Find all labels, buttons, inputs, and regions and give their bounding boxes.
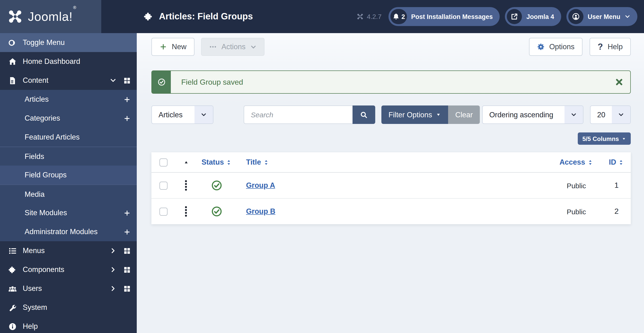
chevron-down-icon (571, 112, 577, 118)
badge-count: 2 (402, 13, 405, 20)
check-circle-icon (212, 180, 222, 190)
joomla-logo-icon (7, 8, 23, 24)
ordering-select[interactable]: Ordering ascending (482, 106, 584, 124)
sidebar-item-administrator-modules[interactable]: Administrator Modules (0, 222, 137, 241)
sidebar-item-media[interactable]: Media (0, 184, 137, 204)
status-published-button[interactable] (212, 180, 222, 190)
sidebar-item-categories[interactable]: Categories (0, 109, 137, 128)
select-all-checkbox[interactable] (159, 158, 167, 166)
table-row-group-a: Group APublic1 (152, 173, 631, 199)
header-right-group: 4.2.7 2Post Installation MessagesJoomla … (356, 7, 644, 26)
page-title: Articles: Field Groups (144, 11, 253, 22)
question-icon: ? (598, 42, 603, 52)
chevron-right-icon (110, 285, 116, 292)
search-icon (360, 111, 368, 118)
sidebar-item-label: Categories (24, 114, 60, 122)
chevron-down-icon (618, 112, 624, 118)
sidebar-item-site-modules[interactable]: Site Modules (0, 204, 137, 222)
header-pill-user-menu[interactable]: User Menu (566, 7, 638, 26)
chevron-down-icon (250, 44, 256, 50)
pill-icon-circle (568, 9, 584, 24)
filter-bar: Articles Filter Options Clear Ordering a… (152, 106, 631, 124)
clear-button[interactable]: Clear (448, 106, 480, 124)
header-pill-post-installation-messages[interactable]: 2Post Installation Messages (389, 7, 500, 26)
info-icon (8, 322, 16, 330)
check-circle-icon (157, 78, 166, 86)
list-icon (8, 247, 16, 255)
actions-button[interactable]: Actions (201, 38, 264, 56)
pill-label: Joomla 4 (526, 13, 554, 20)
sidebar-item-featured-articles[interactable]: Featured Articles (0, 128, 137, 147)
sidebar-item-menus[interactable]: Menus (0, 241, 137, 260)
chevron-down-icon (201, 112, 207, 118)
options-button[interactable]: Options (529, 38, 582, 56)
wrench-icon (8, 304, 16, 312)
title-column-header[interactable]: Title (236, 158, 550, 166)
sidebar-item-users[interactable]: Users (0, 279, 137, 298)
row-id: 2 (614, 207, 619, 216)
drag-handle-icon[interactable] (183, 204, 189, 218)
help-button-label: Help (608, 42, 623, 51)
sidebar-item-home-dashboard[interactable]: Home Dashboard (0, 52, 137, 71)
table-header-row: Status Title Access ID (152, 152, 631, 173)
sidebar-item-fields[interactable]: Fields (0, 147, 137, 166)
search-button[interactable] (352, 106, 375, 124)
ordering-sort-header[interactable] (175, 160, 197, 165)
row-id: 1 (614, 181, 619, 190)
limit-select[interactable]: 20 (590, 106, 631, 124)
chevron-right-icon (110, 266, 116, 273)
row-title-link[interactable]: Group A (246, 181, 275, 189)
caret-up-icon (183, 160, 188, 165)
pill-label: Post Installation Messages (411, 13, 493, 20)
brand-logo-block[interactable]: Joomla!® (0, 0, 101, 33)
id-column-header[interactable]: ID (602, 158, 631, 166)
toggle-icon (8, 38, 16, 46)
toolbar-right-group: Options ? Help (529, 38, 631, 56)
alert-icon-block (152, 71, 171, 93)
sidebar-item-toggle-menu[interactable]: Toggle Menu (0, 33, 137, 52)
drag-handle-icon[interactable] (183, 178, 189, 192)
filter-options-button[interactable]: Filter Options (382, 106, 448, 124)
sidebar-item-content[interactable]: Content (0, 71, 137, 90)
search-input[interactable] (244, 106, 352, 124)
header-pill-joomla-4[interactable]: Joomla 4 (505, 7, 561, 26)
field-groups-table: Status Title Access ID Group APublic1Gro… (152, 152, 631, 224)
sidebar-item-label: Site Modules (24, 208, 67, 217)
search-group (244, 106, 375, 124)
sidebar-item-help[interactable]: Help (0, 317, 137, 333)
row-checkbox[interactable] (159, 182, 167, 190)
pill-icon-circle: 2 (390, 9, 407, 24)
row-checkbox[interactable] (159, 208, 167, 216)
row-title-link[interactable]: Group B (246, 207, 276, 215)
sidebar-item-label: Articles (24, 95, 49, 104)
sidebar-item-articles[interactable]: Articles (0, 90, 137, 109)
sidebar-item-components[interactable]: Components (0, 260, 137, 279)
columns-toggle-button[interactable]: 5/5 Columns (578, 132, 631, 145)
select-chevron (564, 106, 583, 124)
grid-icon (124, 285, 130, 292)
ellipsis-icon (209, 43, 217, 50)
access-column-header[interactable]: Access (550, 158, 602, 166)
sidebar-item-label: Components (23, 265, 64, 274)
row-access-level: Public (567, 208, 586, 216)
caret-down-icon (622, 136, 626, 141)
sidebar-item-field-groups[interactable]: Field Groups (0, 166, 137, 184)
plus-icon (124, 115, 130, 122)
chevron-down-icon (110, 77, 116, 84)
status-published-button[interactable] (212, 206, 222, 217)
status-column-header[interactable]: Status (197, 158, 236, 166)
select-all-cell (152, 158, 175, 166)
context-select[interactable]: Articles (152, 106, 214, 124)
sidebar-item-label: Content (23, 76, 48, 85)
plus-icon (160, 43, 167, 50)
grid-icon (124, 247, 130, 254)
sidebar-item-system[interactable]: System (0, 298, 137, 317)
user-icon (572, 13, 580, 20)
grid-icon (124, 266, 130, 273)
close-icon[interactable] (615, 78, 623, 86)
help-button[interactable]: ? Help (590, 38, 631, 56)
joomla-mark-icon (356, 13, 364, 20)
new-button[interactable]: New (152, 38, 194, 56)
sidebar-item-label: Administrator Modules (24, 228, 98, 236)
plus-icon (124, 209, 130, 216)
